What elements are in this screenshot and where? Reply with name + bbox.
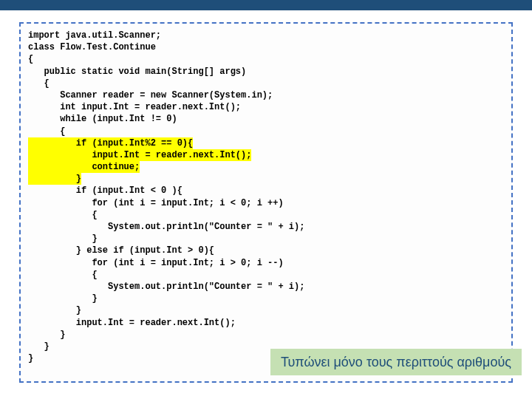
code-line: { [28, 269, 504, 281]
code-line: input.Int = reader.next.Int(); [28, 317, 504, 329]
code-line: System.out.println("Counter = " + i); [28, 281, 504, 293]
code-line-highlight: if (input.Int%2 == 0){ [28, 137, 504, 149]
code-line-highlight: } [28, 173, 504, 185]
code-container: import java.util.Scanner; class Flow.Tes… [19, 22, 513, 383]
code-line: if (input.Int < 0 ){ [28, 185, 504, 197]
code-line: Scanner reader = new Scanner(System.in); [28, 89, 504, 101]
code-line-highlight: input.Int = reader.next.Int(); [28, 149, 504, 161]
code-line: { [28, 209, 504, 221]
header-bar [0, 0, 532, 10]
code-line: for (int i = input.Int; i > 0; i --) [28, 257, 504, 269]
annotation-note: Τυπώνει μόνο τους περιττούς αριθμούς [270, 349, 522, 375]
code-line: { [28, 78, 504, 89]
code-line: } [28, 304, 504, 316]
code-line-highlight: continue; [28, 161, 504, 173]
code-line: public static void main(String[] args) [28, 66, 504, 78]
code-line: } else if (input.Int > 0){ [28, 245, 504, 256]
code-line: int input.Int = reader.next.Int(); [28, 101, 504, 113]
code-line: while (input.Int != 0) [28, 113, 504, 125]
code-line: { [28, 126, 504, 137]
code-line: { [28, 53, 504, 65]
code-line: for (int i = input.Int; i < 0; i ++) [28, 197, 504, 209]
code-line: class Flow.Test.Continue [28, 41, 504, 53]
code-line: } [28, 233, 504, 245]
code-line: System.out.println("Counter = " + i); [28, 221, 504, 233]
code-line: import java.util.Scanner; [28, 30, 504, 41]
code-line: } [28, 329, 504, 341]
code-line: } [28, 293, 504, 304]
